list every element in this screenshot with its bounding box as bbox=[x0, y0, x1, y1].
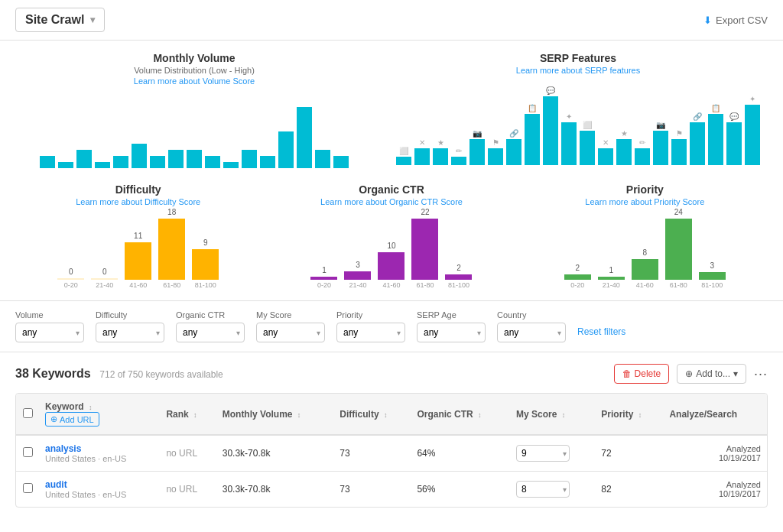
diff-sort-icon[interactable]: ↕ bbox=[384, 411, 388, 419]
analyze-search-header: Analyze/Search bbox=[663, 394, 767, 435]
bar-group: 381-100 bbox=[697, 261, 727, 289]
priority-bars: 20-20121-40841-602461-80381-100 bbox=[522, 212, 768, 289]
bar-group bbox=[113, 156, 128, 168]
my-score-filter-select[interactable]: any bbox=[256, 323, 325, 342]
monthly-volume-cell: 30.3k-70.8k bbox=[216, 472, 334, 508]
delete-button[interactable]: 🗑 Delete bbox=[614, 364, 670, 384]
monthly-volume-chart: Monthly Volume Volume Distribution (Low … bbox=[15, 52, 373, 168]
priority-chart: Priority Learn more about Priority Score… bbox=[522, 183, 768, 289]
select-all-header[interactable] bbox=[16, 394, 39, 435]
bar-group: 321-40 bbox=[343, 261, 373, 289]
reset-filters-button[interactable]: Reset filters bbox=[577, 326, 625, 337]
my-score-filter-group: My Score any bbox=[256, 310, 325, 342]
monthly-volume-title: Monthly Volume bbox=[15, 52, 373, 64]
country-filter-select[interactable]: any bbox=[497, 323, 566, 342]
my-score-select-1[interactable]: 8 bbox=[516, 481, 570, 498]
bar-group: 841-60 bbox=[629, 248, 660, 289]
monthly-volume-cell: 30.3k-70.8k bbox=[216, 435, 334, 472]
add-to-button[interactable]: ⊕ Add to... ▾ bbox=[677, 364, 746, 384]
bar-group bbox=[205, 156, 220, 168]
mv-sort-icon[interactable]: ↕ bbox=[297, 411, 301, 419]
volume-filter-select[interactable]: any bbox=[15, 323, 84, 342]
priority-link[interactable]: Learn more about Priority Score bbox=[522, 197, 768, 206]
filters-section: Volume any Difficulty any Organic CTR an… bbox=[0, 301, 783, 352]
export-csv-button[interactable]: ⬇ Export CSV bbox=[703, 15, 768, 26]
add-to-arrow-icon: ▾ bbox=[733, 368, 738, 379]
serp-bar-group: 🔗 bbox=[690, 112, 705, 165]
bar-group: 1141-60 bbox=[123, 232, 154, 289]
keyword-region: United States · en-US bbox=[45, 490, 154, 499]
rank-cell: no URL bbox=[160, 435, 216, 472]
bar-group: 281-100 bbox=[443, 264, 474, 289]
pri-sort-icon[interactable]: ↕ bbox=[638, 411, 642, 419]
organic-ctr-cell: 64% bbox=[411, 435, 510, 472]
bar-group: 00-20 bbox=[56, 268, 86, 289]
plus-icon: ⊕ bbox=[685, 368, 693, 379]
bar-group bbox=[242, 150, 257, 168]
difficulty-title: Difficulty bbox=[15, 183, 261, 196]
difficulty-filter-select[interactable]: any bbox=[96, 323, 164, 342]
download-icon: ⬇ bbox=[703, 15, 712, 26]
ms-sort-icon[interactable]: ↕ bbox=[562, 411, 566, 419]
my-score-select-0[interactable]: 9 bbox=[516, 445, 570, 462]
organic-ctr-link[interactable]: Learn more about Organic CTR Score bbox=[268, 197, 514, 206]
bar-group bbox=[76, 150, 92, 168]
my-score-cell: 8 bbox=[510, 472, 595, 508]
rank-sort-icon[interactable]: ↕ bbox=[193, 411, 197, 419]
add-url-plus-icon: ⊕ bbox=[50, 414, 57, 424]
dropdown-arrow-icon: ▾ bbox=[90, 15, 95, 25]
bar-group: 1861-80 bbox=[157, 208, 187, 289]
bar-group bbox=[260, 156, 275, 168]
difficulty-chart: Difficulty Learn more about Difficulty S… bbox=[15, 183, 261, 289]
bar-group bbox=[168, 150, 184, 168]
keyword-region: United States · en-US bbox=[45, 454, 154, 463]
serp-bar-group: ★ bbox=[616, 129, 632, 165]
bar-group bbox=[278, 131, 294, 168]
organic-ctr-filter-label: Organic CTR bbox=[176, 310, 245, 320]
select-all-checkbox[interactable] bbox=[23, 408, 33, 418]
keywords-section: 38 Keywords 712 of 750 keywords availabl… bbox=[0, 352, 783, 519]
serp-bar-group: 💬 bbox=[543, 86, 558, 165]
bar-group bbox=[187, 150, 202, 168]
keyword-sort-icon[interactable]: ↕ bbox=[89, 404, 93, 411]
difficulty-header: Difficulty ↕ bbox=[333, 394, 411, 435]
priority-filter-group: Priority any bbox=[336, 310, 405, 342]
bar-group: 981-100 bbox=[190, 238, 221, 289]
serp-bar-group: ⬜ bbox=[580, 121, 595, 165]
serp-age-filter-label: SERP Age bbox=[417, 310, 486, 320]
ctr-sort-icon[interactable]: ↕ bbox=[478, 411, 482, 419]
site-crawl-dropdown[interactable]: Site Crawl ▾ bbox=[15, 8, 105, 32]
priority-filter-wrapper: any bbox=[336, 323, 405, 342]
row-checkbox-1[interactable] bbox=[23, 483, 33, 493]
serp-age-filter-select[interactable]: any bbox=[417, 323, 486, 342]
priority-filter-label: Priority bbox=[336, 310, 405, 320]
serp-bar-group: ⬜ bbox=[396, 147, 411, 165]
serp-features-link[interactable]: Learn more about SERP features bbox=[388, 66, 768, 75]
monthly-volume-link[interactable]: Learn more about Volume Score bbox=[15, 76, 373, 86]
difficulty-link[interactable]: Learn more about Difficulty Score bbox=[15, 197, 261, 206]
bar-group: 021-40 bbox=[89, 268, 120, 289]
analyzed-text: Analyzed10/19/2017 bbox=[669, 480, 761, 498]
row-checkbox-0[interactable] bbox=[23, 447, 33, 457]
bar-group: 2261-80 bbox=[410, 208, 440, 289]
priority-filter-select[interactable]: any bbox=[336, 323, 405, 342]
priority-cell: 72 bbox=[595, 435, 663, 472]
organic-ctr-chart: Organic CTR Learn more about Organic CTR… bbox=[268, 183, 514, 289]
bottom-charts: Difficulty Learn more about Difficulty S… bbox=[15, 183, 768, 289]
keywords-actions: 🗑 Delete ⊕ Add to... ▾ ··· bbox=[614, 364, 768, 384]
more-options-button[interactable]: ··· bbox=[754, 366, 768, 382]
keyword-name: audit bbox=[45, 479, 154, 490]
site-crawl-label: Site Crawl bbox=[25, 13, 84, 27]
difficulty-filter-group: Difficulty any bbox=[96, 310, 164, 342]
add-to-label: Add to... bbox=[696, 368, 730, 379]
serp-bar-group: ✕ bbox=[598, 138, 613, 166]
add-url-button[interactable]: ⊕ Add URL bbox=[45, 412, 99, 427]
my-score-header: My Score ↕ bbox=[510, 394, 595, 435]
organic-ctr-filter-select[interactable]: any bbox=[176, 323, 245, 342]
bar-group bbox=[58, 162, 73, 168]
table-header-row: Keyword ↕ ⊕ Add URL Rank ↕ Monthly Volum… bbox=[16, 394, 767, 435]
priority-title: Priority bbox=[522, 183, 768, 196]
country-filter-group: Country any bbox=[497, 310, 566, 342]
organic-ctr-cell: 56% bbox=[411, 472, 510, 508]
keywords-table: Keyword ↕ ⊕ Add URL Rank ↕ Monthly Volum… bbox=[16, 394, 767, 507]
